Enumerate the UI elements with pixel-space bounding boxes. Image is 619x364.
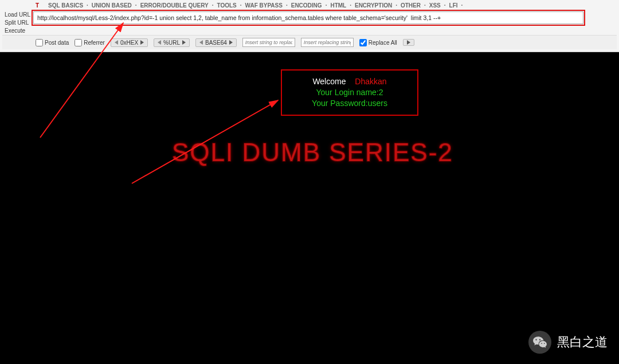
referrer-checkbox[interactable]: Referrer [75, 39, 105, 46]
split-url-button[interactable]: Split URL [5, 19, 31, 26]
welcome-name: Dhakkan [355, 77, 386, 86]
menu-error-double[interactable]: ERROR/DOUBLE QUERY [140, 2, 209, 9]
watermark-text: 黑白之道 [557, 334, 608, 351]
page-title: SQLI DUMB SERIES-2 [172, 138, 453, 167]
arrow-left-icon [199, 40, 203, 45]
hex-button[interactable]: 0xHEX [111, 38, 148, 47]
options-row: Post data Referrer 0xHEX %URL BASE64 Rep… [2, 35, 617, 49]
page-content: Welcome Dhakkan Your Login name:2 Your P… [0, 52, 619, 362]
menu-encoding[interactable]: ENCODING [291, 2, 322, 9]
arrow-right-icon [140, 40, 144, 45]
replace-go-button[interactable] [403, 39, 414, 46]
url-input[interactable] [33, 11, 583, 24]
menu-html[interactable]: HTML [330, 2, 346, 9]
menu-other[interactable]: OTHER [401, 2, 421, 9]
watermark: 黑白之道 [528, 331, 608, 354]
replace-from-input[interactable] [242, 38, 295, 47]
menu-encryption[interactable]: ENCRYPTION [355, 2, 392, 9]
arrow-right-icon [182, 40, 186, 45]
replace-all-checkbox[interactable]: Replace All [359, 39, 397, 46]
hackbar-panel: T SQL BASICS· UNION BASED· ERROR/DOUBLE … [0, 0, 619, 52]
base64-button[interactable]: BASE64 [195, 38, 237, 47]
arrow-right-icon [229, 40, 233, 45]
menu-xss[interactable]: XSS [429, 2, 441, 9]
login-name-line: Your Login name:2 [287, 87, 413, 98]
menu-tools[interactable]: TOOLS [217, 2, 237, 9]
menu-union-based[interactable]: UNION BASED [92, 2, 132, 9]
menu-waf-bypass[interactable]: WAF BYPASS [245, 2, 283, 9]
execute-button[interactable]: Execute [5, 28, 31, 34]
welcome-label: Welcome [312, 77, 346, 86]
arrow-right-icon [407, 40, 410, 45]
arrow-left-icon [115, 40, 118, 45]
hackbar-menu: T SQL BASICS· UNION BASED· ERROR/DOUBLE … [2, 1, 617, 10]
result-box: Welcome Dhakkan Your Login name:2 Your P… [281, 69, 418, 116]
password-line: Your Password:users [287, 98, 413, 109]
menu-lfi[interactable]: LFI [449, 2, 458, 9]
replace-to-input[interactable] [301, 38, 354, 47]
load-url-button[interactable]: Load URL [5, 11, 31, 18]
welcome-line: Welcome Dhakkan [287, 76, 413, 87]
menu-marker: T [36, 2, 39, 9]
wechat-icon [528, 331, 551, 354]
menu-sql-basics[interactable]: SQL BASICS [48, 2, 83, 9]
arrow-left-icon [158, 40, 161, 45]
urlencode-button[interactable]: %URL [154, 38, 190, 47]
post-data-checkbox[interactable]: Post data [36, 39, 69, 46]
